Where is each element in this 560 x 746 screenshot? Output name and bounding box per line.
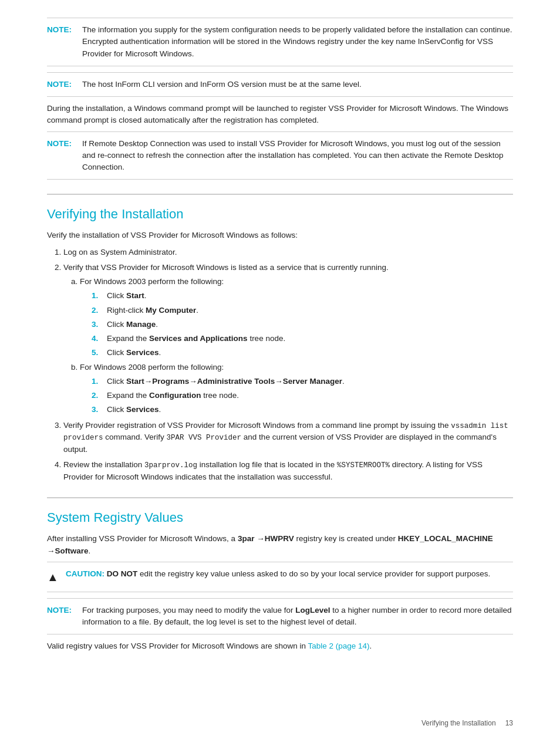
- section2-valid: Valid registry values for VSS Provider f…: [47, 640, 513, 652]
- num-1a2: 2.: [92, 305, 102, 316]
- step-3-text: Verify Provider registration of VSS Prov…: [63, 421, 508, 454]
- note-text-1: The information you supply for the syste…: [82, 24, 513, 60]
- num-1b1: 1.: [92, 376, 102, 387]
- win2003-step-5-text: Click Services.: [107, 347, 161, 359]
- note-block-1: NOTE: The information you supply for the…: [47, 18, 513, 66]
- body-para-cmd: During the installation, a Windows comma…: [47, 103, 513, 127]
- win2003-step-2: 2. Right-click My Computer.: [92, 305, 513, 316]
- note-label-4: NOTE:: [47, 605, 75, 616]
- caution-content: CAUTION: DO NOT edit the registry key va…: [66, 568, 490, 580]
- note-text-4: For tracking purposes, you may need to m…: [82, 605, 513, 629]
- sub-step-a: For Windows 2003 perform the following: …: [80, 276, 513, 359]
- step-4-text: Review the installation 3parprov.log ins…: [63, 460, 483, 481]
- footer-page-number: 13: [505, 718, 513, 728]
- win2003-step-1-text: Click Start.: [107, 290, 147, 302]
- win2003-step-2-text: Right-click My Computer.: [107, 305, 198, 316]
- section1-intro: Verify the installation of VSS Provider …: [47, 229, 513, 241]
- section2-intro: After installing VSS Provider for Micros…: [47, 533, 513, 557]
- num-1b2: 2.: [92, 390, 102, 401]
- caution-label: CAUTION:: [66, 569, 104, 578]
- num-1a3: 3.: [92, 319, 102, 330]
- num-1a4: 4.: [92, 333, 102, 345]
- main-steps-list: Log on as System Administrator. Verify t…: [63, 247, 513, 484]
- page-footer: Verifying the Installation 13: [421, 718, 513, 728]
- sub-step-b: For Windows 2008 perform the following: …: [80, 362, 513, 416]
- win2008-step-1: 1. Click Start→Programs→Administrative T…: [92, 376, 513, 387]
- note-text-3: If Remote Desktop Connection was used to…: [82, 138, 513, 174]
- win2008-step-3: 3. Click Services.: [92, 404, 513, 416]
- note4-bold: LogLevel: [295, 606, 330, 615]
- step-3: Verify Provider registration of VSS Prov…: [63, 420, 513, 456]
- step-2-text: Verify that VSS Provider for Microsoft W…: [63, 263, 389, 272]
- win2003-steps: 1. Click Start. 2. Right-click My Comput…: [92, 290, 513, 359]
- win2003-step-3-text: Click Manage.: [107, 319, 158, 330]
- win2003-step-5: 5. Click Services.: [92, 347, 513, 359]
- win2003-step-3: 3. Click Manage.: [92, 319, 513, 330]
- win2008-step-1-text: Click Start→Programs→Administrative Tool…: [107, 376, 345, 387]
- sub-alpha-list: For Windows 2003 perform the following: …: [80, 276, 513, 416]
- step-2: Verify that VSS Provider for Microsoft W…: [63, 262, 513, 416]
- caution-triangle-icon: ▲: [47, 568, 60, 586]
- note-block-2: NOTE: The host InForm CLI version and In…: [47, 72, 513, 97]
- page: NOTE: The information you supply for the…: [0, 0, 560, 746]
- note-text-2: The host InForm CLI version and InForm O…: [82, 79, 362, 90]
- num-1a1: 1.: [92, 290, 102, 302]
- step-1-text: Log on as System Administrator.: [63, 248, 177, 256]
- caution-rest: edit the registry key value unless asked…: [137, 569, 490, 578]
- section-heading-registry: System Registry Values: [47, 497, 513, 527]
- win2003-step-4: 4. Expand the Services and Applications …: [92, 333, 513, 345]
- caution-block: ▲ CAUTION: DO NOT edit the registry key …: [47, 562, 513, 592]
- caution-bold: DO NOT: [107, 569, 138, 578]
- note-label-1: NOTE:: [47, 24, 75, 36]
- num-1a5: 5.: [92, 347, 102, 359]
- footer-section-label: Verifying the Installation: [421, 718, 496, 728]
- note-label-3: NOTE:: [47, 138, 75, 150]
- num-1b3: 3.: [92, 404, 102, 416]
- valid-link[interactable]: Table 2 (page 14): [308, 642, 369, 650]
- valid-pre: Valid registry values for VSS Provider f…: [47, 642, 308, 650]
- section-heading-verify: Verifying the Installation: [47, 194, 513, 224]
- step-1: Log on as System Administrator.: [63, 247, 513, 258]
- caution-text: DO NOT edit the registry key value unles…: [107, 569, 491, 578]
- note-block-4: NOTE: For tracking purposes, you may nee…: [47, 598, 513, 635]
- win2008-step-2: 2. Expand the Configuration tree node.: [92, 390, 513, 401]
- sub-step-b-intro: For Windows 2008 perform the following:: [80, 363, 224, 372]
- win2003-step-1: 1. Click Start.: [92, 290, 513, 302]
- win2008-step-3-text: Click Services.: [107, 404, 161, 416]
- note-label-2: NOTE:: [47, 79, 75, 90]
- valid-post: .: [370, 642, 372, 650]
- step-4: Review the installation 3parprov.log ins…: [63, 459, 513, 483]
- sub-step-a-intro: For Windows 2003 perform the following:: [80, 277, 224, 286]
- note-block-3: NOTE: If Remote Desktop Connection was u…: [47, 131, 513, 180]
- win2008-step-2-text: Expand the Configuration tree node.: [107, 390, 239, 401]
- win2003-step-4-text: Expand the Services and Applications tre…: [107, 333, 285, 345]
- win2008-steps: 1. Click Start→Programs→Administrative T…: [92, 376, 513, 416]
